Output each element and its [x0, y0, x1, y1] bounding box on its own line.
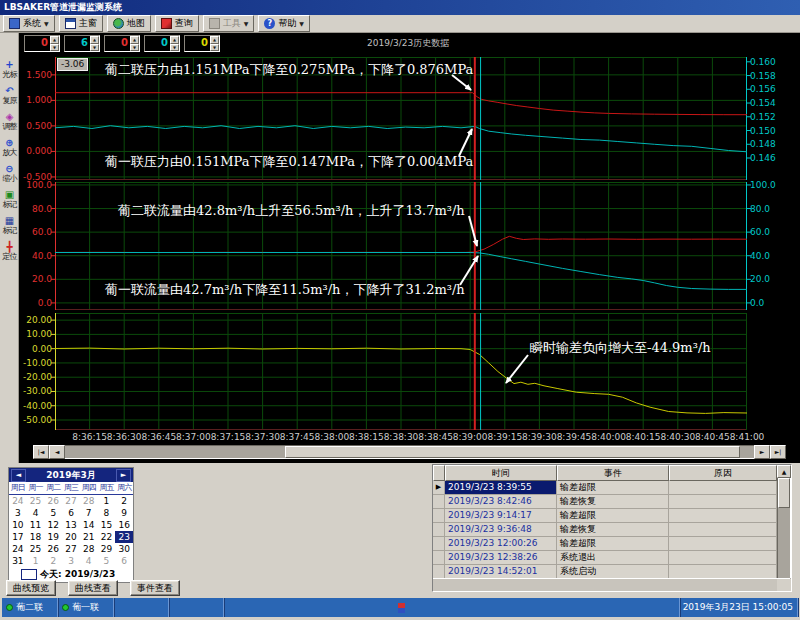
menu-item-1[interactable]: 系统▼ [3, 15, 55, 32]
calendar-day[interactable]: 30 [115, 543, 133, 555]
curve-view-button[interactable]: 曲线查看 [68, 580, 118, 596]
scroll-jump-left-icon[interactable]: |◄ [33, 445, 49, 459]
adjust-tool[interactable]: ◈调整 [0, 111, 19, 131]
scroll-left-icon[interactable]: ◄ [49, 445, 65, 459]
calendar-day[interactable]: 19 [44, 531, 62, 543]
event-table-hscroll-strip[interactable] [433, 578, 777, 591]
table-resize-box[interactable] [777, 579, 791, 591]
calendar-day[interactable]: 9 [115, 507, 133, 519]
scroll-jump-right-icon[interactable]: ►| [770, 445, 786, 459]
calendar-day[interactable]: 17 [9, 531, 27, 543]
table-row[interactable]: 2019/3/23 12:00:26输差超限 [433, 537, 791, 551]
mark-blue-tool[interactable]: ▦标记 [0, 215, 19, 235]
calendar-day[interactable]: 20 [62, 531, 80, 543]
event-table-vscrollbar[interactable]: ▲▼ [777, 465, 791, 591]
calendar-day[interactable]: 24 [9, 543, 27, 555]
calendar-day[interactable]: 2 [44, 555, 62, 567]
table-scroll-thumb[interactable] [778, 478, 790, 508]
scroll-right-icon[interactable]: ► [754, 445, 770, 459]
calendar-prev-icon[interactable]: ◄ [11, 469, 26, 482]
spinner-down-icon[interactable]: ▼ [130, 44, 139, 52]
menu-item-2[interactable]: 主窗 [59, 15, 103, 32]
table-row[interactable]: 2019/3/23 8:42:46输差恢复 [433, 495, 791, 509]
menu-item-3[interactable]: 地图 [107, 15, 151, 32]
chart-panel-3[interactable]: 20.0010.000.00-10.00-20.00-30.00-40.00-5… [19, 313, 798, 430]
calendar-day[interactable]: 15 [98, 519, 116, 531]
spinner-up-icon[interactable]: ▲ [170, 36, 179, 44]
calendar-day[interactable]: 21 [80, 531, 98, 543]
calendar-day[interactable]: 25 [27, 495, 45, 507]
calendar-day[interactable]: 29 [98, 543, 116, 555]
calendar-day[interactable]: 25 [27, 543, 45, 555]
zoom-out-tool[interactable]: ⊖缩小 [0, 163, 19, 183]
spinner-down-icon[interactable]: ▼ [90, 44, 99, 52]
calendar-day[interactable]: 22 [98, 531, 116, 543]
calendar-day[interactable]: 4 [27, 507, 45, 519]
calendar-day[interactable]: 18 [27, 531, 45, 543]
calendar-day[interactable]: 1 [98, 495, 116, 507]
undo-tool[interactable]: ↶复原 [0, 85, 19, 105]
scroll-track[interactable] [65, 445, 754, 459]
calendar-day[interactable]: 11 [27, 519, 45, 531]
spinner-down-icon[interactable]: ▼ [170, 44, 179, 52]
scroll-thumb[interactable] [285, 446, 740, 458]
table-scroll-up-icon[interactable]: ▲ [777, 465, 791, 478]
calendar-day[interactable]: 5 [98, 555, 116, 567]
spinner-down-icon[interactable]: ▼ [210, 44, 219, 52]
calendar-day[interactable]: 31 [9, 555, 27, 567]
calendar-day[interactable]: 3 [62, 555, 80, 567]
table-row[interactable]: 2019/3/23 9:14:17输差超限 [433, 509, 791, 523]
help-icon: ? [264, 18, 275, 29]
chart-plot[interactable] [19, 313, 798, 430]
calendar-day[interactable]: 8 [98, 507, 116, 519]
calendar-day[interactable]: 27 [62, 495, 80, 507]
column-header[interactable]: 原因 [669, 465, 777, 481]
calendar-day[interactable]: 13 [62, 519, 80, 531]
calendar-day[interactable]: 5 [44, 507, 62, 519]
calendar-day[interactable]: 7 [80, 507, 98, 519]
chart-panel-2[interactable]: 100.080.060.040.020.00.0100.080.060.040.… [19, 182, 798, 310]
calendar-day[interactable]: 27 [62, 543, 80, 555]
calendar-day[interactable]: 1 [27, 555, 45, 567]
calendar-day[interactable]: 14 [80, 519, 98, 531]
mark-green-tool[interactable]: ▣标记 [0, 189, 19, 209]
calendar-day[interactable]: 6 [115, 555, 133, 567]
column-header[interactable]: 时间 [445, 465, 557, 481]
cursor-tool[interactable]: +光标 [0, 59, 19, 79]
curve-preview-button[interactable]: 曲线预览 [6, 580, 56, 596]
chart-time-scrollbar[interactable]: |◄◄►►| [33, 445, 786, 459]
menu-item-4[interactable]: 查询 [155, 15, 199, 32]
spinner-up-icon[interactable]: ▲ [90, 36, 99, 44]
calendar-day[interactable]: 23 [115, 531, 133, 543]
calendar-day[interactable]: 28 [80, 495, 98, 507]
calendar-day[interactable]: 6 [62, 507, 80, 519]
calendar-day[interactable]: 2 [115, 495, 133, 507]
spinner-up-icon[interactable]: ▲ [210, 36, 219, 44]
calendar-day[interactable]: 4 [80, 555, 98, 567]
calendar-day[interactable]: 3 [9, 507, 27, 519]
table-row[interactable]: 2019/3/23 14:52:01系统启动 [433, 565, 791, 579]
chart-panel-1[interactable]: 1.5001.0000.5000.000-0.5000.1600.1580.15… [19, 57, 798, 180]
online-dot-icon [62, 604, 69, 611]
calendar-day[interactable]: 26 [44, 543, 62, 555]
table-row[interactable]: 2019/3/23 12:38:26系统退出 [433, 551, 791, 565]
calendar-day[interactable]: 26 [44, 495, 62, 507]
calendar-next-icon[interactable]: ► [116, 469, 131, 482]
spinner-up-icon[interactable]: ▲ [50, 36, 59, 44]
spinner-down-icon[interactable]: ▼ [50, 44, 59, 52]
calendar-day[interactable]: 10 [9, 519, 27, 531]
menu-item-6[interactable]: ?帮助▼ [258, 15, 310, 32]
calendar-day[interactable]: 16 [115, 519, 133, 531]
table-scroll-track[interactable] [777, 478, 791, 578]
table-row[interactable]: ▶2019/3/23 8:39:55输差超限 [433, 481, 791, 495]
zoom-in-tool[interactable]: ⊕放大 [0, 137, 19, 157]
spinner-up-icon[interactable]: ▲ [130, 36, 139, 44]
event-view-button[interactable]: 事件查看 [130, 580, 180, 596]
calendar-day[interactable]: 12 [44, 519, 62, 531]
locate-tool[interactable]: ╋定位 [0, 241, 19, 261]
calendar-day[interactable]: 28 [80, 543, 98, 555]
table-row[interactable]: 2019/3/23 9:36:48输差恢复 [433, 523, 791, 537]
calendar-day[interactable]: 24 [9, 495, 27, 507]
column-header[interactable]: 事件 [557, 465, 669, 481]
menu-item-5[interactable]: 工具▼ [203, 15, 255, 32]
